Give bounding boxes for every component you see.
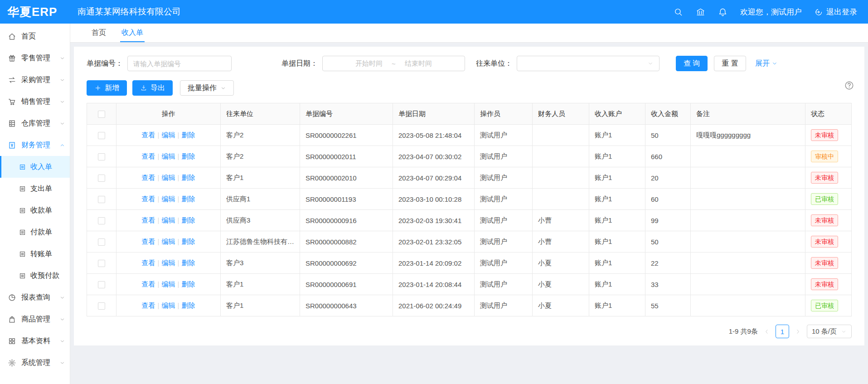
delete-link[interactable]: 删除	[181, 238, 195, 245]
logout-button[interactable]: 退出登录	[815, 7, 857, 17]
column-header: 操作	[116, 103, 221, 125]
purchase-icon	[8, 76, 16, 84]
cell-bill-no: SR00000001193	[300, 189, 393, 210]
tab-home[interactable]: 首页	[84, 24, 114, 42]
delete-link[interactable]: 删除	[181, 195, 195, 203]
prev-page-icon[interactable]	[763, 328, 770, 335]
cell-account: 账户1	[589, 253, 645, 274]
cell-finance-staff	[533, 125, 589, 146]
row-checkbox[interactable]	[98, 153, 105, 160]
sidebar-subitem-receipt[interactable]: 收款单	[0, 199, 70, 221]
app-body: 首页零售管理采购管理销售管理仓库管理财务管理收入单支出单收款单付款单转账单收预付…	[0, 24, 868, 384]
cell-status: 审核中	[805, 146, 852, 167]
edit-link[interactable]: 编辑	[162, 216, 175, 224]
cell-finance-staff: 小夏	[533, 295, 589, 316]
sidebar-subitem-transfer[interactable]: 转账单	[0, 243, 70, 265]
sidebar-subitem-payment[interactable]: 付款单	[0, 221, 70, 243]
chevron-down-icon	[647, 60, 654, 67]
delete-link[interactable]: 删除	[181, 216, 195, 224]
view-link[interactable]: 查看	[142, 301, 155, 309]
cell-account: 账户1	[589, 210, 645, 231]
row-checkbox[interactable]	[98, 175, 105, 182]
edit-link[interactable]: 编辑	[162, 195, 175, 203]
table-row: 查看|编辑|删除供应商3SR000000009162023-02-03 19:3…	[87, 210, 852, 231]
row-checkbox[interactable]	[98, 196, 105, 203]
sidebar-item-home[interactable]: 首页	[0, 25, 70, 47]
cell-date: 2023-02-03 19:30:41	[393, 210, 475, 231]
sidebar-subitem-expense[interactable]: 支出单	[0, 178, 70, 199]
tab-income-bill[interactable]: 收入单	[114, 24, 151, 42]
delete-link[interactable]: 删除	[181, 301, 195, 309]
view-link[interactable]: 查看	[142, 195, 155, 203]
chevron-down-icon	[59, 121, 65, 126]
delete-link[interactable]: 删除	[181, 152, 195, 160]
retail-icon	[8, 54, 16, 63]
page-number-button[interactable]: 1	[776, 325, 789, 338]
row-checkbox[interactable]	[98, 281, 105, 288]
cell-actions: 查看|编辑|删除	[116, 210, 221, 231]
batch-button-label: 批量操作	[188, 83, 217, 93]
search-button[interactable]: 查 询	[676, 56, 708, 71]
status-badge: 未审核	[811, 236, 838, 248]
page-size-select[interactable]: 10 条/页	[807, 325, 852, 338]
row-checkbox[interactable]	[98, 302, 105, 310]
cell-actions: 查看|编辑|删除	[116, 125, 221, 146]
sidebar-item-sales[interactable]: 销售管理	[0, 91, 70, 112]
delete-link[interactable]: 删除	[181, 174, 195, 181]
sidebar-item-report[interactable]: 报表查询	[0, 287, 70, 308]
sidebar-item-retail[interactable]: 零售管理	[0, 47, 70, 69]
cell-remark	[691, 146, 805, 167]
edit-link[interactable]: 编辑	[162, 280, 175, 288]
export-button[interactable]: 导出	[132, 80, 173, 96]
select-all-checkbox[interactable]	[98, 111, 105, 118]
doc-icon	[19, 185, 26, 193]
row-checkbox[interactable]	[98, 260, 105, 267]
help-icon[interactable]	[844, 80, 854, 91]
view-link[interactable]: 查看	[142, 174, 155, 181]
row-checkbox[interactable]	[98, 238, 105, 246]
view-link[interactable]: 查看	[142, 152, 155, 160]
delete-link[interactable]: 删除	[181, 131, 195, 139]
cell-operator: 测试用户	[475, 274, 533, 295]
delete-link[interactable]: 删除	[181, 280, 195, 288]
cell-finance-staff	[533, 146, 589, 167]
home-icon	[8, 32, 16, 41]
edit-link[interactable]: 编辑	[162, 259, 175, 267]
search-icon[interactable]	[674, 7, 683, 17]
expand-filters-link[interactable]: 展开	[755, 59, 778, 68]
reset-button[interactable]: 重 置	[714, 56, 746, 71]
view-link[interactable]: 查看	[142, 259, 155, 267]
edit-link[interactable]: 编辑	[162, 238, 175, 245]
sidebar-subitem-income[interactable]: 收入单	[0, 156, 70, 178]
add-button[interactable]: 新增	[87, 80, 127, 96]
sidebar-item-system[interactable]: 系统管理	[0, 352, 70, 374]
bill-no-input[interactable]	[127, 56, 232, 71]
view-link[interactable]: 查看	[142, 280, 155, 288]
edit-link[interactable]: 编辑	[162, 301, 175, 309]
sidebar-item-basic[interactable]: 基本资料	[0, 330, 70, 352]
edit-link[interactable]: 编辑	[162, 131, 175, 139]
sidebar-subitem-prepaid[interactable]: 收预付款	[0, 265, 70, 287]
sidebar-item-warehouse[interactable]: 仓库管理	[0, 112, 70, 134]
row-checkbox[interactable]	[98, 217, 105, 224]
batch-actions-button[interactable]: 批量操作	[180, 80, 234, 96]
platform-icon[interactable]	[696, 7, 705, 17]
delete-link[interactable]: 删除	[181, 259, 195, 267]
bell-icon[interactable]	[718, 7, 727, 17]
edit-link[interactable]: 编辑	[162, 152, 175, 160]
next-page-icon[interactable]	[795, 328, 801, 335]
partner-label: 往来单位：	[476, 59, 512, 68]
sidebar-item-finance[interactable]: 财务管理	[0, 134, 70, 156]
view-link[interactable]: 查看	[142, 216, 155, 224]
edit-link[interactable]: 编辑	[162, 174, 175, 181]
chevron-down-icon	[59, 77, 65, 83]
date-range-picker[interactable]: 开始时间 ~ 结束时间	[322, 56, 465, 71]
cell-remark	[691, 167, 805, 189]
sidebar-item-goods[interactable]: 商品管理	[0, 308, 70, 330]
view-link[interactable]: 查看	[142, 238, 155, 245]
doc-icon	[19, 272, 26, 280]
view-link[interactable]: 查看	[142, 131, 155, 139]
sidebar-item-purchase[interactable]: 采购管理	[0, 69, 70, 91]
partner-select[interactable]	[517, 56, 659, 71]
row-checkbox[interactable]	[98, 132, 105, 139]
